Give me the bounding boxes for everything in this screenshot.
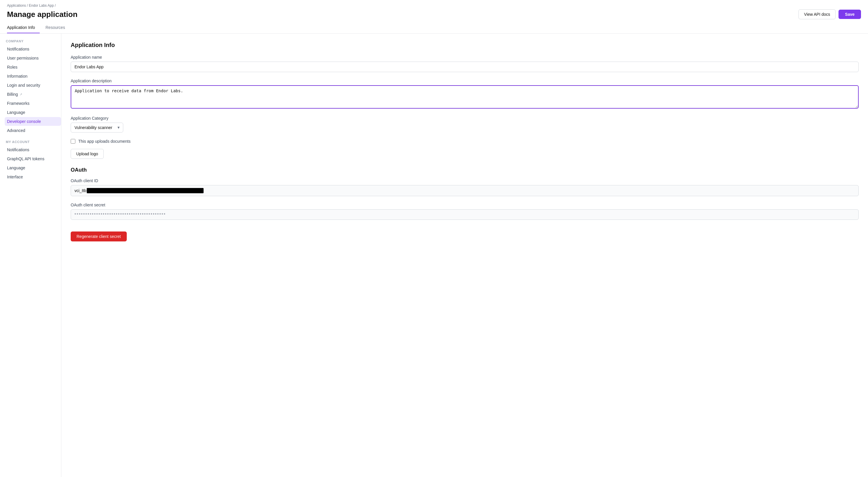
- sidebar-item-developer-console[interactable]: Developer console: [5, 117, 61, 126]
- sidebar-item-user-permissions[interactable]: User permissions: [5, 54, 61, 62]
- sidebar-item-language-account[interactable]: Language: [5, 163, 61, 172]
- oauth-client-id-label: OAuth client ID: [71, 178, 859, 183]
- oauth-client-id-prefix: vci_8b: [74, 188, 86, 193]
- sidebar-item-login-security[interactable]: Login and security: [5, 81, 61, 90]
- upload-logo-container: Upload logo: [71, 149, 859, 167]
- uploads-checkbox-row: This app uploads documents: [71, 139, 859, 144]
- sidebar-item-interface[interactable]: Interface: [5, 172, 61, 181]
- main-content: Application Info Application name Applic…: [61, 34, 868, 477]
- my-account-section-label: MY ACCOUNT: [5, 140, 61, 144]
- sidebar-item-notifications-account[interactable]: Notifications: [5, 146, 61, 154]
- tab-application-info[interactable]: Application Info: [7, 23, 40, 33]
- tab-resources[interactable]: Resources: [45, 23, 70, 33]
- sidebar-item-roles[interactable]: Roles: [5, 63, 61, 71]
- upload-logo-button[interactable]: Upload logo: [71, 149, 104, 159]
- app-category-label: Application Category: [71, 116, 859, 121]
- uploads-checkbox[interactable]: [71, 139, 75, 144]
- company-section-label: COMPANY: [5, 39, 61, 43]
- page-title: Manage application: [7, 10, 78, 19]
- regenerate-client-secret-button[interactable]: Regenerate client secret: [71, 231, 127, 242]
- external-link-icon: ↗: [20, 93, 22, 96]
- app-name-input[interactable]: [71, 62, 859, 72]
- breadcrumb: Applications / Endor Labs App /: [7, 3, 861, 8]
- view-api-docs-button[interactable]: View API docs: [799, 9, 836, 19]
- oauth-client-secret-input[interactable]: [71, 209, 859, 220]
- oauth-client-id-display: vci_8b: [71, 185, 859, 196]
- breadcrumb-applications[interactable]: Applications: [7, 3, 26, 8]
- top-bar: Applications / Endor Labs App / Manage a…: [0, 0, 868, 34]
- sidebar-item-advanced[interactable]: Advanced: [5, 126, 61, 135]
- oauth-title: OAuth: [71, 167, 859, 173]
- layout: COMPANY Notifications User permissions R…: [0, 34, 868, 477]
- sidebar-item-language[interactable]: Language: [5, 108, 61, 117]
- app-desc-group: Application description: [71, 78, 859, 109]
- oauth-client-secret-label: OAuth client secret: [71, 202, 859, 207]
- uploads-checkbox-label[interactable]: This app uploads documents: [78, 139, 130, 144]
- app-desc-textarea[interactable]: [71, 85, 859, 108]
- oauth-client-id-group: OAuth client ID vci_8b: [71, 178, 859, 196]
- sidebar-item-frameworks[interactable]: Frameworks: [5, 99, 61, 108]
- app-name-label: Application name: [71, 55, 859, 60]
- breadcrumb-endor-labs-app[interactable]: Endor Labs App: [29, 3, 54, 8]
- app-category-select-wrapper: Vulnerability scanner Other ▼: [71, 123, 123, 132]
- app-name-group: Application name: [71, 55, 859, 72]
- sidebar-item-information[interactable]: Information: [5, 72, 61, 81]
- app-category-select[interactable]: Vulnerability scanner Other: [71, 123, 123, 132]
- oauth-client-id-masked: [87, 188, 204, 193]
- app-desc-label: Application description: [71, 78, 859, 83]
- section-title: Application Info: [71, 42, 859, 49]
- sidebar-item-graphql-api-tokens[interactable]: GraphQL API tokens: [5, 154, 61, 163]
- sidebar: COMPANY Notifications User permissions R…: [0, 34, 61, 477]
- app-category-group: Application Category Vulnerability scann…: [71, 116, 859, 132]
- sidebar-item-billing[interactable]: Billing ↗: [5, 90, 61, 99]
- page-header-row: Manage application View API docs Save: [7, 9, 861, 19]
- oauth-client-secret-group: OAuth client secret: [71, 202, 859, 220]
- save-button[interactable]: Save: [838, 10, 861, 19]
- tabs: Application Info Resources: [7, 23, 861, 33]
- sidebar-item-notifications[interactable]: Notifications: [5, 45, 61, 54]
- header-actions: View API docs Save: [799, 9, 861, 19]
